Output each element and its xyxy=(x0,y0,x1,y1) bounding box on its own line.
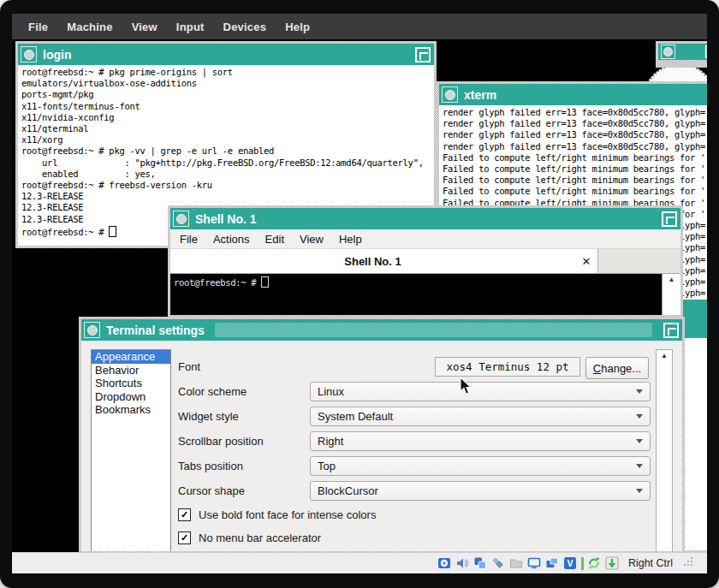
shell-menu-view[interactable]: View xyxy=(292,233,331,246)
shell-menu-edit[interactable]: Edit xyxy=(258,233,292,246)
font-label: Font xyxy=(178,360,200,373)
terminal-cursor xyxy=(261,276,269,288)
sidebar-item-behavior[interactable]: Behavior xyxy=(92,364,170,377)
widget-style-label: Widget style xyxy=(178,410,239,423)
menu-help[interactable]: Help xyxy=(276,21,319,33)
window-menu-button[interactable] xyxy=(84,322,100,338)
tab-shell-no-1[interactable]: Shell No. 1 ✕ xyxy=(170,249,598,273)
menu-devices[interactable]: Devices xyxy=(214,21,276,33)
terminal-line: emulators/virtualbox-ose-additions xyxy=(21,78,434,89)
sidebar-item-dropdown[interactable]: Dropdown xyxy=(92,390,170,404)
activity-bar xyxy=(581,557,584,570)
window-menu-button[interactable] xyxy=(442,86,458,103)
cursor-shape-select[interactable]: BlockCursor xyxy=(310,481,651,501)
shell-menubar: File Actions Edit View Help xyxy=(170,229,680,249)
window-title: Terminal settings xyxy=(106,324,205,337)
color-scheme-select[interactable]: Linux xyxy=(310,382,651,401)
scroll-up-icon[interactable]: ▲ xyxy=(663,274,680,285)
maximize-icon[interactable] xyxy=(704,45,707,59)
settings-scrollbar[interactable]: ▲ xyxy=(656,349,673,551)
widget-style-select[interactable]: System Default xyxy=(310,407,651,426)
checkbox-label: Use bold font face for intense colors xyxy=(199,508,376,521)
tab-close-icon[interactable]: ✕ xyxy=(575,255,597,268)
mouse-cursor xyxy=(460,377,473,399)
scroll-up-icon[interactable]: ▲ xyxy=(657,350,672,361)
host-key-label: Right Ctrl xyxy=(628,557,673,569)
terminal-line: url : "pkg+http://pkg.FreeBSD.org/FreeBS… xyxy=(21,157,434,169)
network-icon[interactable] xyxy=(473,556,488,571)
chevron-down-icon xyxy=(636,389,643,394)
terminal-settings-window: Terminal settings Appearance Behavior Sh… xyxy=(79,317,685,552)
chevron-down-icon xyxy=(636,489,643,493)
checkbox-checked[interactable]: ✓ xyxy=(178,508,191,521)
terminal-line: render glyph failed err=13 face=0x80d5cc… xyxy=(443,129,707,140)
font-value: xos4 Terminus 12 pt xyxy=(435,357,580,377)
checkbox-label: No menu bar accelerator xyxy=(199,532,321,544)
sidebar-item-appearance[interactable]: Appearance xyxy=(92,350,170,364)
vm-screen: xterm render glyph failed err=13 face=0x… xyxy=(12,39,707,552)
shared-folders-icon[interactable] xyxy=(509,556,524,571)
settings-nav-list: Appearance Behavior Shortcuts Dropdown B… xyxy=(91,349,171,551)
terminal-line: render glyph failed err=13 face=0x80d5cc… xyxy=(443,141,707,152)
change-font-button[interactable]: Change... xyxy=(585,357,649,379)
tabs-position-select[interactable]: Top xyxy=(310,456,651,476)
window-menu-button[interactable] xyxy=(661,45,675,59)
shell-menu-file[interactable]: File xyxy=(172,233,205,246)
terminal-line: root@freebsd:~ # pkg -vv | grep -e url -… xyxy=(21,146,434,157)
menu-machine[interactable]: Machine xyxy=(57,21,122,33)
audio-icon[interactable] xyxy=(455,556,470,571)
terminal-line: x11/xorg xyxy=(21,134,434,146)
terminal-line: 12.3-RELEASE xyxy=(21,191,434,202)
checkbox-checked[interactable]: ✓ xyxy=(178,532,191,544)
terminal-line: Failed to compute left/right minimum bea… xyxy=(443,186,707,197)
tab-label: Shell No. 1 xyxy=(170,255,575,268)
terminal-line: root@freebsd:~ # pkg prime-origins | sor… xyxy=(21,67,434,78)
mouse-integration-icon[interactable] xyxy=(587,556,602,571)
chevron-down-icon xyxy=(636,464,643,468)
window-title: Shell No. 1 xyxy=(195,212,257,226)
window-menu-button[interactable] xyxy=(21,46,37,62)
display-icon[interactable] xyxy=(527,556,542,571)
hdd-icon[interactable] xyxy=(437,556,452,571)
sidebar-item-bookmarks[interactable]: Bookmarks xyxy=(92,403,170,417)
terminal-line: x11-fonts/terminus-font xyxy=(21,101,434,112)
menu-view[interactable]: View xyxy=(122,21,167,33)
vbox-statusbar: V Right Ctrl xyxy=(12,552,707,573)
tabs-position-label: Tabs position xyxy=(178,460,243,472)
chevron-down-icon xyxy=(636,414,643,419)
shell-menu-actions[interactable]: Actions xyxy=(205,233,258,246)
terminal-cursor xyxy=(109,226,116,237)
color-scheme-label: Color scheme xyxy=(178,385,247,398)
menu-file[interactable]: File xyxy=(19,21,57,33)
features-icon[interactable]: V xyxy=(563,556,578,571)
window-title: login xyxy=(43,48,71,62)
scrollbar-position-select[interactable]: Right xyxy=(310,431,651,451)
maximize-icon[interactable] xyxy=(663,322,680,339)
sidebar-item-shortcuts[interactable]: Shortcuts xyxy=(92,377,170,390)
vbox-menubar: File Machine View Input Devices Help xyxy=(12,14,707,39)
terminal-line: render glyph failed err=13 face=0x80d5cc… xyxy=(443,118,707,129)
shell-terminal[interactable]: root@freebsd:~ # xyxy=(170,274,662,315)
shell-window: Shell No. 1 File Actions Edit View Help … xyxy=(168,205,683,318)
terminal-line: ports-mgmt/pkg xyxy=(21,89,434,100)
terminal-line: Failed to compute left/right minimum bea… xyxy=(443,163,707,175)
no-accelerator-checkbox-row: ✓ No menu bar accelerator xyxy=(178,532,321,544)
usb-icon[interactable] xyxy=(491,556,506,571)
recording-icon[interactable] xyxy=(545,556,560,571)
vm-window-frame: File Machine View Input Devices Help xte… xyxy=(0,0,719,588)
maximize-icon[interactable] xyxy=(414,46,431,63)
keyboard-capture-icon[interactable] xyxy=(605,556,620,571)
svg-text:V: V xyxy=(567,558,573,568)
shell-menu-help[interactable]: Help xyxy=(331,233,370,246)
terminal-line: enabled : yes, xyxy=(21,169,434,180)
maximize-icon[interactable] xyxy=(661,211,678,228)
shell-scrollbar[interactable]: ▲ xyxy=(662,274,680,315)
terminal-line: x11/qterminal xyxy=(21,123,434,134)
resize-grip[interactable] xyxy=(681,555,693,570)
terminal-line: render glyph failed err=13 face=0x80d5cc… xyxy=(443,107,707,118)
titlebar-stipple xyxy=(215,323,652,337)
window-menu-button[interactable] xyxy=(173,211,189,227)
background-window-fragment xyxy=(656,41,707,68)
terminal-line: Failed to compute left/right minimum bea… xyxy=(443,152,707,163)
menu-input[interactable]: Input xyxy=(167,21,214,33)
